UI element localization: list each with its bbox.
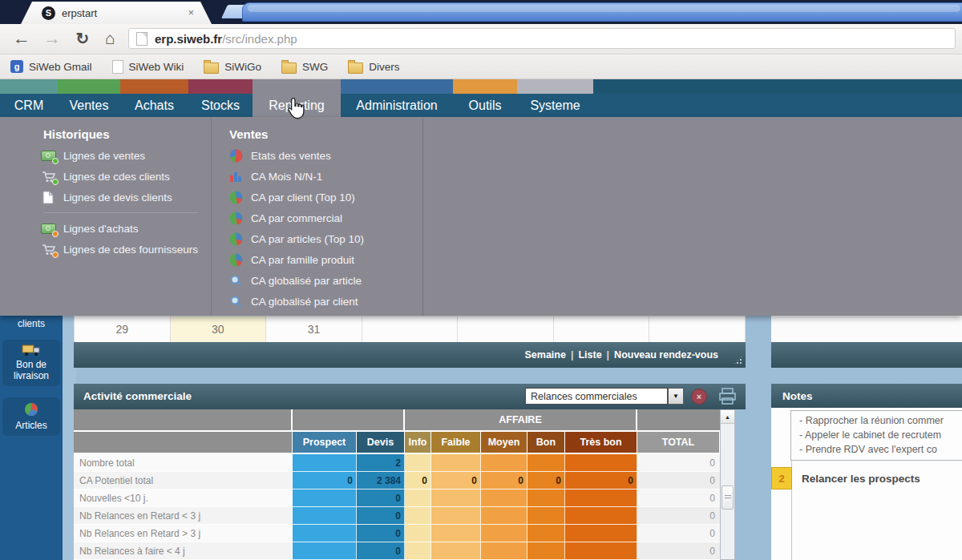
table-scrollbar[interactable]: ▲	[720, 409, 735, 560]
cell-tres-bon	[565, 489, 637, 507]
menu-item-lignes-de-devis-clients[interactable]: Lignes de devis clients	[0, 187, 211, 207]
column-header-moyen: Moyen	[481, 432, 527, 454]
pie-chart-icon	[228, 252, 244, 267]
calendar-day-cell[interactable]: 31	[266, 316, 362, 342]
calendar-day-cell[interactable]	[554, 316, 650, 342]
nav-item-crm[interactable]: CRM	[0, 79, 58, 117]
nav-accent	[593, 79, 962, 94]
chevron-down-icon[interactable]: ▼	[668, 388, 684, 405]
cell-total: 0	[637, 542, 720, 560]
bookmark-divers[interactable]: Divers	[348, 60, 409, 74]
resize-grip-icon[interactable]	[733, 355, 743, 365]
menu-item-lignes-de-cdes-clients[interactable]: Lignes de cdes clients	[0, 166, 211, 187]
menu-item-ca-mois-n-n-1[interactable]: CA Mois N/N-1	[212, 166, 422, 187]
calendar-day-cell[interactable]	[649, 316, 746, 342]
bookmark-siweb-wiki[interactable]: SiWeb Wiki	[112, 60, 194, 74]
calendar-day-cell[interactable]	[458, 316, 554, 342]
menu-item-ca-par-client-top-10[interactable]: CA par client (Top 10)	[212, 187, 422, 207]
link-semaine[interactable]: Semaine	[525, 349, 566, 361]
pie-chart-icon	[228, 232, 244, 246]
bookmark-label: SiWiGo	[224, 61, 261, 73]
nav-item-administration[interactable]: Administration	[341, 79, 453, 117]
nav-item-systeme[interactable]: Systeme	[517, 79, 593, 117]
sidebar-item-clients[interactable]: clients	[0, 318, 63, 329]
link-nouveau-rendez-vous[interactable]: Nouveau rendez-vous	[614, 349, 718, 361]
table-row: CA Potentiel total 0 2 384 0 0 0 0 0 0	[74, 472, 720, 489]
pie-chart-icon	[228, 148, 244, 163]
row-label: Nb Relances en Retard > 3 j	[74, 525, 293, 542]
nav-accent	[120, 79, 188, 94]
supplier-orders-icon	[40, 242, 56, 256]
window-frame-bar	[242, 2, 962, 22]
calendar-day-cell[interactable]: 30	[171, 316, 267, 342]
note-line: - Prendre RDV avec l'expert co	[799, 442, 962, 457]
nav-item-achats[interactable]: Achats	[120, 79, 188, 117]
menu-item-ca-par-commercial[interactable]: CA par commercial	[212, 207, 422, 228]
menu-item-lignes-de-ventes[interactable]: Lignes de ventes	[0, 145, 211, 166]
cell-devis: 2	[357, 454, 405, 472]
left-sidebar: clients Bon de livraison Articles	[0, 316, 63, 560]
nav-item-stocks[interactable]: Stocks	[188, 79, 253, 117]
bookmark-swg[interactable]: SWG	[281, 60, 338, 74]
bookmark-siwigo[interactable]: SiWiGo	[204, 60, 271, 74]
cell-tres-bon: 0	[565, 472, 637, 489]
group-header-cell	[74, 409, 293, 432]
sidebar-item-articles[interactable]: Articles	[0, 397, 63, 436]
nav-label: Achats	[120, 94, 188, 117]
home-icon[interactable]: ⌂	[99, 26, 120, 50]
cell-bon	[527, 489, 565, 507]
scroll-up-icon[interactable]: ▲	[721, 410, 734, 424]
sidebar-item-bon-de-livraison[interactable]: Bon de livraison	[0, 340, 63, 386]
sidebar-item-label: clients	[18, 318, 45, 329]
menu-item-ca-globalise-par-article[interactable]: CA globalisé par article	[212, 270, 422, 291]
browser-tab[interactable]: S erpstart ×	[21, 2, 212, 24]
purchase-lines-icon	[40, 221, 56, 236]
tab-close-icon[interactable]: ×	[188, 6, 194, 18]
menu-item-ca-globalise-par-client[interactable]: CA globalisé par client	[212, 291, 422, 312]
reload-icon[interactable]: ↻	[72, 26, 93, 50]
scrollbar-thumb[interactable]	[722, 485, 734, 510]
print-icon[interactable]	[718, 387, 738, 406]
menu-item-label: Lignes d'achats	[63, 223, 138, 235]
sidebar-item-label: Articles	[2, 420, 60, 431]
search-icon	[228, 294, 244, 308]
bookmark-siweb-gmail[interactable]: g SiWeb Gmail	[10, 60, 102, 73]
cell-info: 0	[405, 472, 431, 489]
menu-item-ca-par-articles-top-10[interactable]: CA par articles (Top 10)	[212, 228, 422, 249]
bookmark-label: SiWeb Wiki	[129, 61, 184, 73]
calendar-day-cell[interactable]	[362, 316, 459, 342]
menu-item-ca-par-famille-produit[interactable]: CA par famille produit	[212, 249, 422, 270]
cell-info	[405, 525, 431, 542]
activity-filter-select[interactable]: Relances commerciales	[525, 388, 668, 405]
cell-total: 0	[637, 472, 720, 489]
nav-item-reporting[interactable]: Reporting	[253, 79, 341, 117]
nav-item-ventes[interactable]: Ventes	[58, 79, 120, 117]
menu-item-lignes-de-cdes-fournisseurs[interactable]: Lignes de cdes fournisseurs	[0, 239, 211, 260]
menu-item-etats-des-ventes[interactable]: Etats des ventes	[212, 145, 422, 166]
cell-faible	[431, 542, 481, 560]
cell-moyen	[481, 489, 527, 507]
nav-item-outils[interactable]: Outils	[453, 79, 517, 117]
bookmark-label: SiWeb Gmail	[29, 61, 92, 73]
app-navbar: CRM Ventes Achats Stocks Reporting Admin…	[0, 79, 962, 117]
back-icon[interactable]: ←	[11, 26, 32, 50]
cell-devis: 0	[357, 525, 405, 542]
note-line: - Rapprocher la réunion commer	[799, 413, 962, 428]
nav-label: Stocks	[188, 94, 253, 117]
panel-close-icon[interactable]: ×	[691, 389, 707, 405]
nav-accent	[188, 79, 253, 94]
menu-item-lignes-d-achats[interactable]: Lignes d'achats	[0, 218, 211, 239]
forward-icon[interactable]: →	[42, 26, 63, 50]
nav-accent	[517, 79, 593, 94]
link-liste[interactable]: Liste	[578, 349, 601, 361]
nav-accent	[341, 79, 453, 94]
calendar-day-cell[interactable]: 29	[74, 316, 171, 342]
address-bar[interactable]: erp.siweb.fr/src/index.php	[128, 28, 956, 49]
menu-item-label: CA Mois N/N-1	[251, 171, 322, 183]
column-header-bon: Bon	[527, 432, 565, 454]
column-header-faible: Faible	[431, 432, 481, 454]
nav-accent	[0, 79, 58, 94]
note-box: - Rapprocher la réunion commer - Appeler…	[790, 410, 962, 461]
nav-accent	[453, 79, 517, 94]
task-label[interactable]: Relancer les prospects	[802, 473, 920, 485]
